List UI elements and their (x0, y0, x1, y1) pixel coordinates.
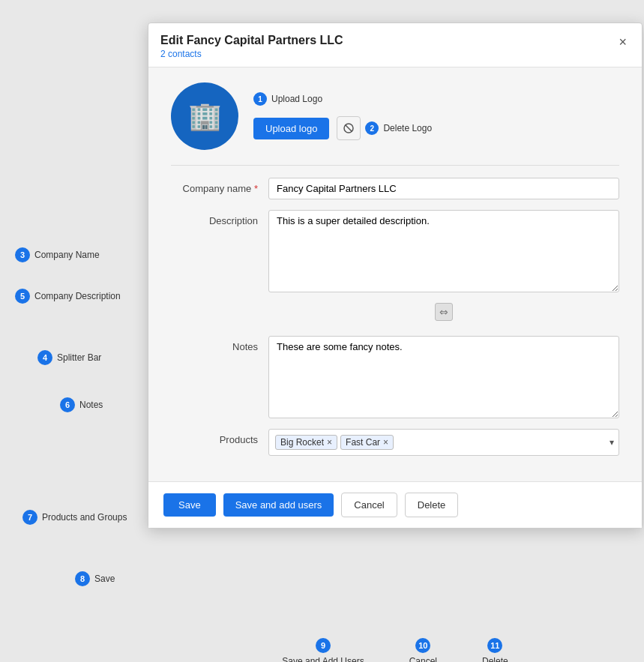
bottom-label-save-add: Save and Add Users (282, 656, 364, 662)
bottom-badge-11: 11 (487, 638, 502, 653)
bottom-label-delete: Delete (482, 656, 508, 662)
products-dropdown-arrow: ▾ (610, 437, 614, 448)
svg-line-1 (346, 125, 352, 132)
company-name-input[interactable] (268, 178, 619, 199)
description-row: Description This is a super detailed des… (171, 210, 619, 292)
tag-big-rocket: Big Rocket × (275, 435, 337, 450)
tag-fast-car: Fast Car × (340, 435, 394, 450)
upload-logo-row: Upload logo 2 Delete Logo (253, 116, 432, 140)
close-button[interactable]: × (616, 34, 630, 50)
splitter-bar[interactable]: ⇔ (435, 303, 453, 321)
notes-row: Notes These are some fancy notes. (171, 336, 619, 418)
annotation-badge-7: 7 (22, 510, 37, 525)
cancel-button[interactable]: Cancel (341, 493, 397, 517)
products-field[interactable]: Big Rocket × Fast Car × ▾ (268, 429, 619, 456)
logo-actions: 1 Upload Logo Upload logo (253, 92, 432, 140)
delete-logo-icon-button[interactable] (337, 116, 361, 140)
upload-logo-label: Upload Logo (271, 94, 322, 104)
dialog-title: Edit Fancy Capital Partners LLC (160, 34, 343, 47)
building-icon: 🏢 (188, 100, 222, 132)
delete-logo-label: Delete Logo (383, 123, 432, 133)
save-and-add-users-button[interactable]: Save and add users (223, 493, 334, 517)
annotation-label-description: Company Description (34, 291, 121, 301)
annotation-label-company-name: Company Name (34, 250, 100, 260)
bottom-badge-10: 10 (415, 638, 430, 653)
annotation-badge-8: 8 (75, 571, 90, 586)
annotation-badge-6: 6 (60, 397, 75, 412)
tag-remove-fast-car[interactable]: × (383, 438, 388, 447)
notes-textarea[interactable]: These are some fancy notes. (268, 336, 619, 418)
products-label: Products (171, 429, 268, 445)
delete-button[interactable]: Delete (405, 493, 459, 517)
divider (171, 165, 619, 166)
tag-remove-big-rocket[interactable]: × (327, 438, 332, 447)
callout-badge-1: 1 (253, 92, 267, 106)
callout-badge-2: 2 (365, 121, 379, 135)
dialog-body: 🏢 1 Upload Logo Upload logo (148, 67, 642, 481)
annotation-label-notes: Notes (79, 400, 103, 410)
tag-label-big-rocket: Big Rocket (280, 437, 324, 448)
bottom-badge-9: 9 (316, 638, 331, 653)
tag-label-fast-car: Fast Car (346, 437, 380, 448)
annotation-badge-5: 5 (15, 289, 30, 304)
annotation-label-splitter: Splitter Bar (57, 352, 101, 363)
dialog-subtitle: 2 contacts (160, 49, 343, 59)
annotation-label-products: Products and Groups (42, 512, 127, 523)
company-name-row: Company name * (171, 178, 619, 199)
annotation-badge-3: 3 (15, 247, 30, 262)
company-name-label: Company name * (171, 178, 268, 194)
bottom-label-cancel: Cancel (409, 656, 437, 662)
logo-section: 🏢 1 Upload Logo Upload logo (171, 82, 619, 150)
save-button[interactable]: Save (163, 493, 216, 517)
annotation-badge-4: 4 (37, 350, 52, 365)
dialog-footer: Save Save and add users Cancel Delete (148, 481, 642, 528)
company-logo: 🏢 (171, 82, 238, 150)
description-textarea[interactable]: This is a super detailed description. (268, 210, 619, 292)
upload-logo-button[interactable]: Upload logo (253, 118, 329, 139)
products-row: Products Big Rocket × Fast Car × ▾ (171, 429, 619, 456)
annotation-label-save: Save (94, 574, 115, 584)
description-label: Description (171, 210, 268, 226)
notes-label: Notes (171, 336, 268, 352)
dialog-header: Edit Fancy Capital Partners LLC 2 contac… (148, 23, 642, 67)
edit-dialog: Edit Fancy Capital Partners LLC 2 contac… (148, 22, 643, 529)
no-symbol-icon (343, 122, 355, 134)
delete-logo-row: 2 Delete Logo (337, 116, 432, 140)
